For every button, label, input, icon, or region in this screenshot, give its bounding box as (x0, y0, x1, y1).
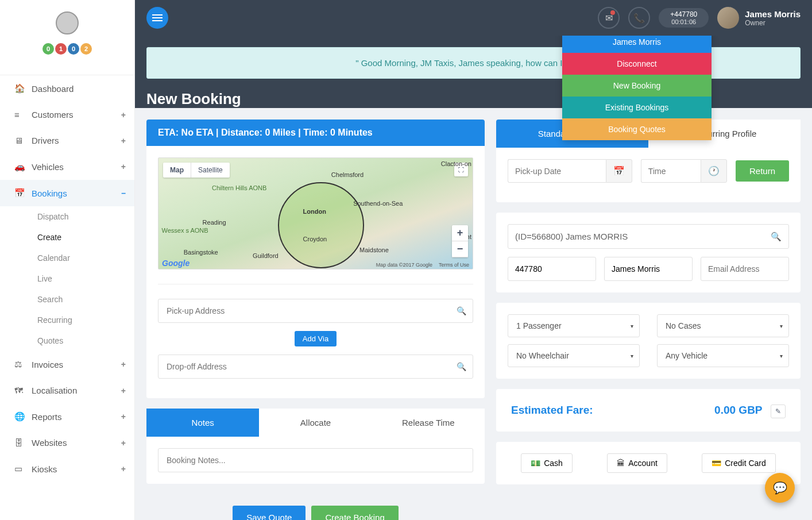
tab-notes[interactable]: Notes (146, 409, 259, 437)
map-terms-link[interactable]: Terms of Use (439, 262, 469, 268)
customer-lookup[interactable]: (ID=566800) James MORRIS 🔍 (508, 224, 789, 249)
expand-icon: + (121, 162, 126, 171)
map-label-southend: Southend-on-Sea (353, 200, 403, 207)
user-menu[interactable]: James Morris Owner (717, 7, 801, 29)
notification-dot (610, 10, 615, 15)
nav-label: Drivers (32, 136, 59, 145)
server-icon: 🗄 (14, 438, 32, 448)
nav-label: Localisation (32, 386, 77, 395)
map-data-attrib: Map data ©2017 Google (376, 262, 432, 268)
user-avatar (717, 7, 739, 29)
nav-reports[interactable]: 🌐Reports+ (0, 403, 134, 430)
nav-localisation[interactable]: 🗺Localisation+ (0, 378, 134, 403)
nav-kiosks[interactable]: ▭Kiosks+ (0, 456, 134, 482)
map-zoom-in[interactable]: + (452, 225, 468, 241)
sub-create[interactable]: Create (0, 227, 134, 248)
call-button[interactable]: 📞 (628, 7, 650, 29)
sub-recurring[interactable]: Recurring (0, 310, 134, 330)
save-quote-button[interactable]: Save Quote (233, 506, 306, 520)
sub-live[interactable]: Live (0, 268, 134, 289)
nav-drivers[interactable]: 🖥Drivers+ (0, 128, 134, 153)
tab-allocate[interactable]: Allocate (259, 409, 372, 437)
status-pill-red[interactable]: 1 (55, 43, 67, 55)
cases-select[interactable]: No Cases (657, 314, 789, 337)
booking-notes-input[interactable] (158, 448, 473, 472)
dropdown-disconnect[interactable]: Disconnect (562, 53, 712, 75)
map-type-satellite[interactable]: Satellite (191, 163, 230, 178)
logo (56, 11, 79, 34)
notes-panel: Notes Allocate Release Time (146, 409, 485, 484)
calendar-icon: 📅 (14, 188, 32, 198)
calendar-icon[interactable]: 📅 (606, 159, 632, 183)
dropdown-existing-bookings[interactable]: Existing Bookings (562, 97, 712, 118)
nav-label: Bookings (32, 188, 67, 198)
nav-dashboard[interactable]: 🏠Dashboard (0, 75, 134, 102)
active-call-chip[interactable]: +447780 00:01:06 (659, 8, 709, 28)
nav-websites[interactable]: 🗄Websites+ (0, 430, 134, 456)
chat-icon: 💬 (773, 481, 787, 495)
list-icon: ≡ (14, 110, 32, 120)
car-icon: 🚗 (14, 161, 32, 172)
map-label-croydon: Croydon (303, 236, 327, 242)
map-label-maidstone: Maidstone (359, 246, 389, 253)
sub-dispatch[interactable]: Dispatch (0, 206, 134, 227)
nav-invoices[interactable]: ⚖Invoices+ (0, 351, 134, 378)
edit-fare-button[interactable]: ✎ (771, 405, 786, 418)
create-booking-button[interactable]: Create Booking (311, 506, 398, 520)
sub-calendar[interactable]: Calendar (0, 248, 134, 268)
map-label-chelmsford: Chelmsford (331, 171, 364, 178)
collapse-icon: – (121, 188, 126, 198)
dropoff-address-input[interactable] (158, 355, 473, 379)
name-input[interactable] (604, 257, 693, 281)
nav-customers[interactable]: ≡Customers+ (0, 102, 134, 128)
map-icon: 🗺 (14, 386, 32, 395)
sub-search[interactable]: Search (0, 289, 134, 310)
payment-account-button[interactable]: 🏛Account (607, 453, 667, 473)
add-via-button[interactable]: Add Via (295, 331, 337, 346)
pickup-date-input[interactable] (508, 159, 606, 183)
expand-icon: + (121, 110, 126, 120)
nav-label: Customers (32, 110, 74, 120)
bank-icon: 🏛 (617, 459, 625, 468)
phone-input[interactable] (508, 257, 596, 281)
map-label-basingstoke: Basingstoke (184, 249, 218, 256)
scale-icon: ⚖ (14, 359, 32, 369)
mail-button[interactable]: ✉ (598, 7, 620, 29)
call-phone-number: +447780 (670, 10, 697, 18)
money-icon: 💵 (531, 459, 540, 468)
passengers-select[interactable]: 1 Passenger (508, 314, 640, 337)
clock-icon[interactable]: 🕐 (701, 159, 727, 183)
status-pill-green[interactable]: 0 (42, 43, 54, 55)
user-name: James Morris (745, 9, 801, 19)
dropdown-booking-quotes[interactable]: Booking Quotes (562, 118, 712, 140)
menu-toggle-button[interactable] (146, 7, 168, 29)
dropdown-new-booking[interactable]: New Booking (562, 75, 712, 97)
chat-fab[interactable]: 💬 (765, 473, 795, 503)
map-coverage-circle (278, 182, 364, 268)
payment-credit-button[interactable]: 💳Credit Card (702, 453, 776, 473)
expand-icon: + (121, 438, 126, 448)
payment-cash-button[interactable]: 💵Cash (521, 453, 573, 473)
status-pill-blue[interactable]: 0 (68, 43, 79, 55)
sub-quotes[interactable]: Quotes (0, 330, 134, 351)
vehicle-select[interactable]: Any Vehicle (657, 344, 789, 367)
nav-bookings[interactable]: 📅Bookings– (0, 180, 134, 206)
map-label-wessex: Wessex s AONB (161, 227, 208, 234)
pickup-address-input[interactable] (158, 299, 473, 323)
customer-display: (ID=566800) James MORRIS (515, 232, 628, 241)
expand-icon: + (121, 136, 126, 145)
dropdown-caller-name: James Morris (562, 36, 712, 53)
map-type-map[interactable]: Map (163, 163, 191, 178)
nav-vehicles[interactable]: 🚗Vehicles+ (0, 153, 134, 180)
map[interactable]: Map Satellite ⛶ London Croydon Chelmsfor… (158, 157, 473, 269)
search-icon: 🔍 (457, 306, 466, 315)
topbar: ✉ 📞 +447780 00:01:06 James Morris Owner (135, 0, 812, 36)
tab-release[interactable]: Release Time (372, 409, 485, 437)
map-label-guildford: Guildford (253, 252, 279, 259)
map-zoom-out[interactable]: − (452, 241, 468, 257)
time-input[interactable] (641, 159, 701, 183)
status-pill-orange[interactable]: 2 (80, 43, 92, 55)
wheelchair-select[interactable]: No Wheelchair (508, 344, 640, 367)
email-input[interactable] (701, 257, 789, 281)
return-button[interactable]: Return (736, 160, 789, 182)
